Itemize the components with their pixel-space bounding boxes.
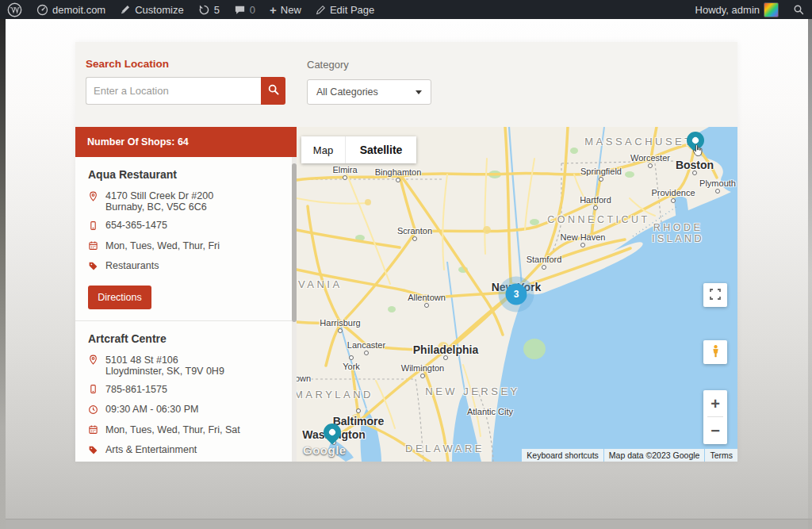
map-type-button[interactable]: Map (301, 136, 346, 163)
location-input[interactable] (86, 77, 261, 105)
screen: demoit.com Customize 5 0 + New Edit Page (0, 0, 812, 529)
pin-icon (88, 355, 98, 377)
site-name-label: demoit.com (52, 4, 105, 16)
keyboard-shortcuts-link[interactable]: Keyboard shortcuts (522, 449, 603, 462)
zoom-in-button[interactable]: + (703, 390, 727, 416)
account-menu[interactable]: Howdy, admin (688, 0, 786, 19)
shop-detail-text: 654-365-1475 (105, 220, 167, 233)
comments-count: 0 (250, 4, 255, 16)
shop-detail-row: Arts & Entertainment (88, 444, 284, 458)
bottom-band (0, 519, 812, 529)
shop-detail-row: 785-861-1575 (88, 384, 284, 397)
shop-item: Aqua Restaurant4170 Still Creek Dr #200B… (75, 157, 297, 321)
admin-bar-left: demoit.com Customize 5 0 + New Edit Page (0, 0, 381, 19)
howdy-label: Howdy, admin (695, 4, 760, 16)
tag-icon (88, 444, 98, 458)
wordpress-logo-menu[interactable] (0, 0, 29, 19)
clock-icon (88, 404, 98, 417)
plus-icon: + (270, 4, 277, 16)
map-type-control: Map Satellite (301, 136, 416, 163)
edit-page-menu[interactable]: Edit Page (308, 0, 381, 19)
calendar-icon (88, 240, 98, 254)
shop-detail-row: 4170 Still Creek Dr #200Burnaby, BC, V5C… (88, 190, 284, 213)
left-edge (0, 19, 6, 529)
pegman-button[interactable] (703, 340, 727, 364)
chevron-down-icon (416, 90, 422, 94)
site-name-menu[interactable]: demoit.com (29, 0, 113, 19)
new-york-cluster-marker[interactable]: 3 (506, 284, 527, 305)
updates-icon (198, 4, 210, 16)
shop-name: Aqua Restaurant (88, 168, 284, 181)
brush-icon (120, 4, 131, 15)
shop-detail-text: 4170 Still Creek Dr #200Burnaby, BC, V5C… (105, 190, 213, 213)
shop-detail-row: Restaurants (88, 260, 284, 274)
phone-icon (88, 220, 98, 233)
customize-menu[interactable]: Customize (113, 0, 190, 19)
zoom-out-button[interactable]: − (703, 417, 727, 443)
shop-detail-row: 654-365-1475 (88, 220, 284, 233)
shop-detail-row: Mon, Tues, Wed, Thur, Fri, Sat (88, 424, 284, 438)
customize-label: Customize (135, 4, 183, 16)
store-locator-card: Search Location Category All Categories … (75, 42, 737, 462)
category-label: Category (307, 59, 349, 71)
calendar-icon (88, 424, 98, 438)
admin-bar-right: Howdy, admin (688, 0, 812, 19)
fullscreen-button[interactable] (703, 283, 727, 307)
boston-marker[interactable] (687, 132, 704, 149)
terms-link[interactable]: Terms (705, 449, 737, 462)
map-canvas[interactable]: MASSACHUSETCONNECTICUTRHODEISLANDLVANIAM… (297, 127, 737, 462)
shop-detail-text: 5101 48 St #106Lloydminster, SK, T9V 0H9 (105, 355, 224, 377)
wp-admin-bar: demoit.com Customize 5 0 + New Edit Page (0, 0, 812, 19)
search-icon (793, 4, 805, 16)
search-toggle[interactable] (786, 0, 812, 19)
zoom-control: + − (703, 390, 727, 444)
pegman-icon (710, 344, 722, 360)
pin-icon (88, 190, 98, 213)
shop-name: Artcraft Centre (88, 332, 284, 345)
avatar (764, 2, 779, 17)
shop-detail-text: Restaurants (105, 260, 159, 274)
updates-menu[interactable]: 5 (191, 0, 227, 19)
shop-detail-row: 09:30 AM - 06:30 PM (88, 404, 284, 417)
magnifier-icon (267, 83, 280, 98)
shop-detail-row: 5101 48 St #106Lloydminster, SK, T9V 0H9 (88, 355, 284, 377)
shop-item: Artcraft Centre5101 48 St #106Lloydminst… (75, 321, 297, 462)
category-select[interactable]: All Categories (307, 79, 431, 105)
wordpress-logo-icon (7, 2, 22, 17)
new-content-menu[interactable]: + New (262, 0, 308, 19)
google-logo[interactable]: Google (303, 443, 347, 457)
edit-page-label: Edit Page (330, 4, 374, 16)
map-data-text: Map data ©2023 Google (604, 449, 705, 462)
shop-detail-row: Mon, Tues, Wed, Thur, Fri (88, 240, 284, 254)
phone-icon (88, 384, 98, 397)
location-search-button[interactable] (261, 77, 285, 105)
washington-marker[interactable] (324, 424, 341, 441)
search-location-label: Search Location (86, 58, 169, 70)
shops-count-header: Number Of Shops: 64 (75, 127, 297, 157)
tag-icon (88, 260, 98, 274)
map-attribution: Keyboard shortcuts Map data ©2023 Google… (522, 449, 737, 462)
shop-detail-text: Mon, Tues, Wed, Thur, Fri (105, 240, 220, 254)
search-row (86, 77, 285, 105)
fullscreen-icon (710, 289, 721, 302)
shops-list: Aqua Restaurant4170 Still Creek Dr #200B… (75, 157, 297, 462)
shops-panel: Number Of Shops: 64 Aqua Restaurant4170 … (75, 127, 297, 462)
shop-detail-text: 785-861-1575 (105, 384, 167, 397)
pencil-icon (316, 5, 326, 15)
updates-count: 5 (214, 4, 220, 16)
directions-button[interactable]: Directions (88, 286, 151, 309)
page-background: Search Location Category All Categories … (0, 19, 812, 529)
category-selected-value: All Categories (316, 86, 378, 98)
shop-detail-text: 09:30 AM - 06:30 PM (105, 404, 198, 417)
dashboard-icon (36, 4, 48, 16)
satellite-type-button[interactable]: Satellite (346, 136, 416, 163)
right-edge (808, 19, 812, 529)
comments-icon (234, 4, 246, 16)
shop-detail-text: Mon, Tues, Wed, Thur, Fri, Sat (105, 424, 240, 438)
shop-detail-text: Arts & Entertainment (105, 444, 197, 458)
comments-menu[interactable]: 0 (227, 0, 262, 19)
new-label: New (281, 4, 301, 16)
